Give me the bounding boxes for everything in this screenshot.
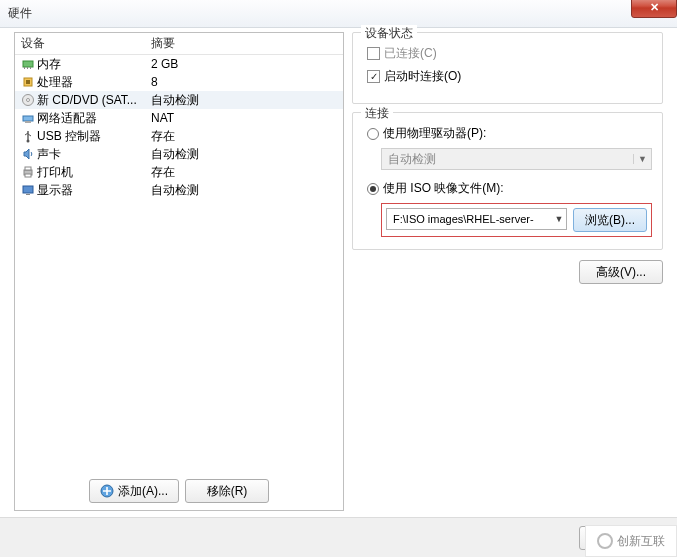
device-summary: 存在 bbox=[145, 128, 343, 145]
device-row[interactable]: 新 CD/DVD (SAT...自动检测 bbox=[15, 91, 343, 109]
device-name: 网络适配器 bbox=[37, 110, 145, 127]
device-name: USB 控制器 bbox=[37, 128, 145, 145]
physical-drive-combo: 自动检测 ▼ bbox=[381, 148, 652, 170]
svg-point-7 bbox=[27, 99, 30, 102]
chevron-down-icon: ▼ bbox=[552, 214, 566, 224]
svg-rect-8 bbox=[23, 116, 33, 121]
device-row[interactable]: 网络适配器NAT bbox=[15, 109, 343, 127]
advanced-button-label: 高级(V)... bbox=[596, 264, 646, 281]
svg-rect-15 bbox=[26, 194, 30, 195]
close-icon: ✕ bbox=[650, 1, 659, 14]
svg-rect-2 bbox=[27, 67, 28, 69]
device-row[interactable]: 打印机存在 bbox=[15, 163, 343, 181]
printer-icon bbox=[19, 165, 37, 179]
cpu-icon bbox=[19, 75, 37, 89]
nic-icon bbox=[19, 111, 37, 125]
iso-path-combo[interactable]: F:\ISO images\RHEL-server- ▼ bbox=[386, 208, 567, 230]
device-list[interactable]: 内存2 GB处理器8新 CD/DVD (SAT...自动检测网络适配器NATUS… bbox=[15, 55, 343, 472]
device-name: 新 CD/DVD (SAT... bbox=[37, 92, 145, 109]
display-icon bbox=[19, 183, 37, 197]
iso-file-label: 使用 ISO 映像文件(M): bbox=[383, 180, 504, 197]
device-row[interactable]: 处理器8 bbox=[15, 73, 343, 91]
watermark: 创新互联 bbox=[585, 525, 677, 557]
window-title: 硬件 bbox=[8, 5, 32, 22]
device-summary: 2 GB bbox=[145, 57, 343, 71]
advanced-button[interactable]: 高级(V)... bbox=[579, 260, 663, 284]
device-table-header: 设备 摘要 bbox=[15, 33, 343, 55]
checkbox-icon: ✓ bbox=[367, 70, 380, 83]
device-name: 处理器 bbox=[37, 74, 145, 91]
browse-button-label: 浏览(B)... bbox=[585, 212, 635, 229]
cd-icon bbox=[19, 93, 37, 107]
checkbox-icon bbox=[367, 47, 380, 60]
radio-icon bbox=[367, 183, 379, 195]
svg-rect-1 bbox=[24, 67, 25, 69]
iso-file-radio[interactable]: 使用 ISO 映像文件(M): bbox=[367, 180, 652, 197]
poweron-checkbox[interactable]: ✓ 启动时连接(O) bbox=[367, 68, 652, 85]
device-summary: 存在 bbox=[145, 164, 343, 181]
device-status-group: 设备状态 已连接(C) ✓ 启动时连接(O) bbox=[352, 32, 663, 104]
watermark-logo-icon bbox=[597, 533, 613, 549]
device-name: 声卡 bbox=[37, 146, 145, 163]
svg-point-10 bbox=[27, 140, 30, 143]
footer: 关闭 bbox=[0, 517, 677, 557]
add-button[interactable]: 添加(A)... bbox=[89, 479, 179, 503]
poweron-label: 启动时连接(O) bbox=[384, 68, 461, 85]
browse-button[interactable]: 浏览(B)... bbox=[573, 208, 647, 232]
svg-rect-13 bbox=[25, 174, 31, 177]
device-status-title: 设备状态 bbox=[361, 25, 417, 42]
connected-label: 已连接(C) bbox=[384, 45, 437, 62]
svg-rect-9 bbox=[25, 121, 31, 123]
svg-rect-12 bbox=[25, 167, 31, 170]
remove-button[interactable]: 移除(R) bbox=[185, 479, 269, 503]
device-summary: 自动检测 bbox=[145, 182, 343, 199]
svg-rect-0 bbox=[23, 61, 33, 67]
header-summary: 摘要 bbox=[145, 35, 343, 52]
device-row[interactable]: 显示器自动检测 bbox=[15, 181, 343, 199]
iso-path-value: F:\ISO images\RHEL-server- bbox=[387, 213, 552, 225]
device-summary: NAT bbox=[145, 111, 343, 125]
device-name: 内存 bbox=[37, 56, 145, 73]
svg-rect-3 bbox=[30, 67, 31, 69]
physical-drive-value: 自动检测 bbox=[382, 151, 633, 168]
device-panel: 设备 摘要 内存2 GB处理器8新 CD/DVD (SAT...自动检测网络适配… bbox=[14, 32, 344, 511]
add-button-label: 添加(A)... bbox=[118, 483, 168, 500]
sound-icon bbox=[19, 147, 37, 161]
connected-checkbox[interactable]: 已连接(C) bbox=[367, 45, 652, 62]
device-name: 打印机 bbox=[37, 164, 145, 181]
device-row[interactable]: USB 控制器存在 bbox=[15, 127, 343, 145]
connection-title: 连接 bbox=[361, 105, 393, 122]
usb-icon bbox=[19, 129, 37, 143]
chevron-down-icon: ▼ bbox=[633, 154, 651, 164]
window-close-button[interactable]: ✕ bbox=[631, 0, 677, 18]
memory-icon bbox=[19, 57, 37, 71]
device-row[interactable]: 内存2 GB bbox=[15, 55, 343, 73]
radio-icon bbox=[367, 128, 379, 140]
device-summary: 8 bbox=[145, 75, 343, 89]
add-icon bbox=[100, 484, 114, 498]
titlebar: 硬件 ✕ bbox=[0, 0, 677, 28]
header-device: 设备 bbox=[15, 35, 145, 52]
device-summary: 自动检测 bbox=[145, 146, 343, 163]
watermark-text: 创新互联 bbox=[617, 533, 665, 550]
svg-rect-14 bbox=[23, 186, 33, 193]
physical-drive-radio[interactable]: 使用物理驱动器(P): bbox=[367, 125, 652, 142]
remove-button-label: 移除(R) bbox=[207, 483, 248, 500]
device-name: 显示器 bbox=[37, 182, 145, 199]
svg-rect-5 bbox=[26, 80, 30, 84]
iso-row-highlight: F:\ISO images\RHEL-server- ▼ 浏览(B)... bbox=[381, 203, 652, 237]
device-row[interactable]: 声卡自动检测 bbox=[15, 145, 343, 163]
device-summary: 自动检测 bbox=[145, 92, 343, 109]
physical-drive-label: 使用物理驱动器(P): bbox=[383, 125, 486, 142]
connection-group: 连接 使用物理驱动器(P): 自动检测 ▼ 使用 ISO 映像文件(M): F:… bbox=[352, 112, 663, 250]
